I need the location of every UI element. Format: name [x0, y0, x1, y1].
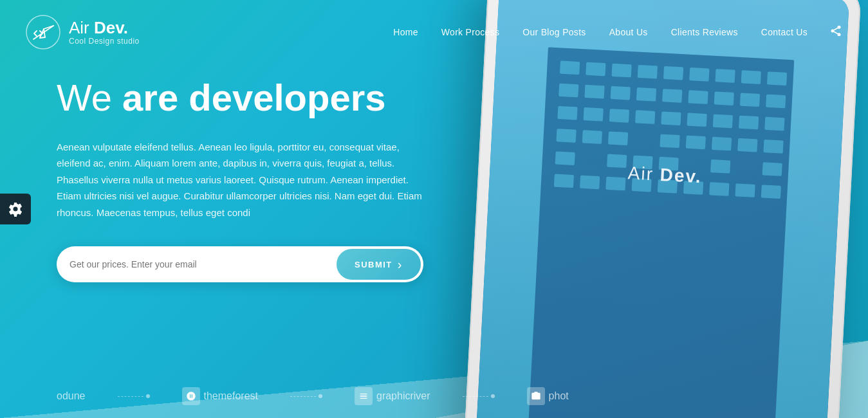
nav-blog[interactable]: Our Blog Posts: [511, 21, 597, 44]
graphicriver-icon: [355, 387, 373, 405]
partner-graphicriver: graphicriver: [355, 387, 430, 405]
nav-contact[interactable]: Contact Us: [750, 21, 819, 44]
partner-odune: odune: [57, 390, 86, 402]
svg-line-3: [40, 37, 45, 38]
hero-content: We are developers Aenean vulputate eleif…: [57, 77, 423, 321]
logo-text: Air Dev. Cool Design studio: [69, 19, 140, 46]
logo-subtitle: Cool Design studio: [69, 37, 140, 46]
nav-links: Home Work Process Our Blog Posts About U…: [382, 26, 819, 38]
tablet-brand-text: Air Dev.: [627, 163, 703, 187]
nav-work-process[interactable]: Work Process: [430, 21, 511, 44]
svg-line-8: [834, 28, 838, 30]
hero-body-text: Aenean vulputate eleifend tellus. Aenean…: [57, 139, 423, 221]
nav-about[interactable]: About Us: [598, 21, 660, 44]
svg-point-4: [838, 25, 841, 28]
submit-button[interactable]: SUBMIT: [337, 249, 421, 280]
gear-widget[interactable]: [0, 194, 31, 224]
svg-point-5: [831, 29, 835, 32]
svg-line-7: [834, 32, 838, 33]
nav-home[interactable]: Home: [382, 21, 430, 44]
share-icon[interactable]: [829, 24, 842, 41]
hero-section: Air Dev. Cool Design studio Home Work Pr…: [0, 0, 868, 418]
email-input[interactable]: [69, 259, 337, 269]
navigation: Air Dev. Cool Design studio Home Work Pr…: [0, 0, 868, 64]
partner-phot: phot: [527, 387, 569, 405]
logo: Air Dev. Cool Design studio: [26, 15, 140, 50]
logo-icon: [26, 15, 61, 50]
nav-clients[interactable]: Clients Reviews: [660, 21, 750, 44]
svg-rect-62: [527, 47, 794, 418]
partners-row: odune themeforest graphicriver: [57, 387, 569, 405]
email-form: SUBMIT: [57, 246, 423, 282]
phot-icon: [527, 387, 545, 405]
svg-point-6: [838, 33, 841, 36]
logo-name: Air Dev.: [69, 19, 140, 37]
hero-headline: We are developers: [57, 77, 423, 118]
partner-themeforest: themeforest: [182, 387, 258, 405]
tablet-illustration: Air Dev.: [452, 8, 868, 418]
svg-line-2: [44, 29, 45, 37]
themeforest-icon: [182, 387, 200, 405]
